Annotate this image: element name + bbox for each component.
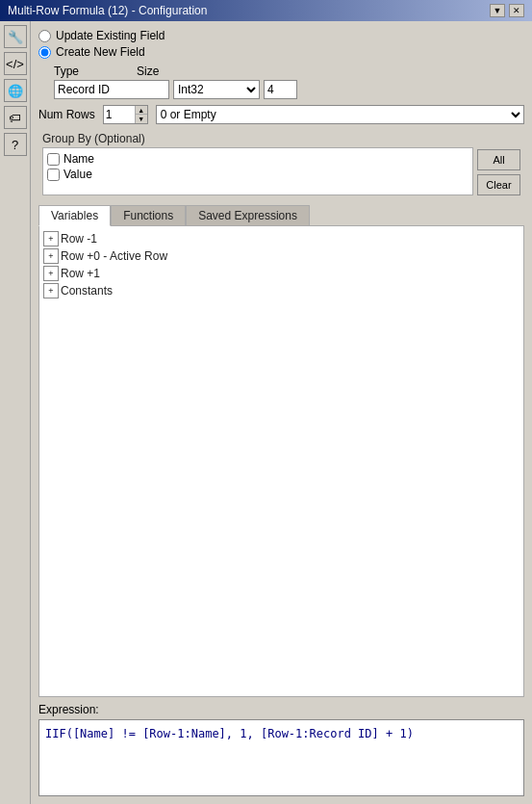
left-toolbar: 🔧 </> 🌐 🏷 ? xyxy=(0,21,31,804)
group-by-buttons: All Clear xyxy=(477,147,524,199)
tree-label-row-active: Row +0 - Active Row xyxy=(61,249,167,263)
tree-item-row-plus1[interactable]: + Row +1 xyxy=(43,265,519,282)
code-button[interactable]: </> xyxy=(4,52,27,75)
tab-content-variables: + Row -1 + Row +0 - Active Row + Row +1 … xyxy=(38,225,524,697)
tabs-section: Variables Functions Saved Expressions + … xyxy=(38,205,524,697)
value-checkbox[interactable] xyxy=(47,169,60,181)
value-check-label: Value xyxy=(63,168,92,181)
title-bar: Multi-Row Formula (12) - Configuration ▼… xyxy=(0,0,532,21)
group-by-label: Group By (Optional) xyxy=(42,132,145,145)
wrench-button[interactable]: 🔧 xyxy=(4,25,27,48)
close-button[interactable]: ✕ xyxy=(509,4,524,17)
size-label: Size xyxy=(137,65,159,78)
create-new-label: Create New Field xyxy=(56,45,145,59)
expression-section: Expression: IIF([Name] != [Row-1:Name], … xyxy=(38,703,524,796)
num-rows-input[interactable] xyxy=(104,106,135,123)
tab-bar: Variables Functions Saved Expressions xyxy=(38,205,524,226)
tree-label-row-plus1: Row +1 xyxy=(61,267,100,280)
spinner-up-button[interactable]: ▲ xyxy=(136,106,147,115)
expand-icon-row-active[interactable]: + xyxy=(43,248,59,264)
num-rows-label: Num Rows xyxy=(38,108,95,121)
type-select[interactable]: Int32 Int64 String Double xyxy=(173,80,260,99)
name-checkbox[interactable] xyxy=(47,153,60,166)
radio-row-1: Update Existing Field xyxy=(38,29,524,42)
update-existing-label: Update Existing Field xyxy=(56,29,165,42)
size-input[interactable] xyxy=(264,80,297,99)
spinner-down-button[interactable]: ▼ xyxy=(136,115,147,123)
tree-label-row-minus1: Row -1 xyxy=(61,232,97,246)
spinner-btns: ▲ ▼ xyxy=(135,106,147,123)
group-by-header: Group By (Optional) xyxy=(38,130,524,147)
pin-button[interactable]: ▼ xyxy=(490,4,505,17)
num-rows-spinner: ▲ ▼ xyxy=(103,105,148,124)
help-button[interactable]: ? xyxy=(4,133,27,156)
tag-button[interactable]: 🏷 xyxy=(4,106,27,129)
globe-button[interactable]: 🌐 xyxy=(4,79,27,102)
check-row-name: Name xyxy=(47,152,469,166)
expression-box[interactable]: IIF([Name] != [Row-1:Name], 1, [Row-1:Re… xyxy=(38,719,524,796)
tab-saved-expressions[interactable]: Saved Expressions xyxy=(186,205,310,226)
expand-icon-constants[interactable]: + xyxy=(43,283,59,298)
tab-variables[interactable]: Variables xyxy=(38,205,111,226)
update-existing-radio[interactable] xyxy=(38,30,51,42)
values-select[interactable]: 0 or Empty Null xyxy=(156,105,524,124)
all-button[interactable]: All xyxy=(477,149,520,170)
group-by-list: Name Value xyxy=(42,147,473,195)
type-label: Type xyxy=(54,65,79,78)
num-rows-row: Num Rows ▲ ▼ 0 or Empty Null xyxy=(38,105,524,124)
tab-functions[interactable]: Functions xyxy=(111,205,186,226)
group-by-body: Name Value All Clear xyxy=(38,147,524,199)
main-container: 🔧 </> 🌐 🏷 ? Update Existing Field Create… xyxy=(0,21,532,804)
title-text: Multi-Row Formula (12) - Configuration xyxy=(8,4,207,17)
tree-item-row-active[interactable]: + Row +0 - Active Row xyxy=(43,247,519,265)
content-area: Update Existing Field Create New Field T… xyxy=(31,21,532,804)
create-new-radio[interactable] xyxy=(38,46,51,59)
tree-item-row-minus1[interactable]: + Row -1 xyxy=(43,230,519,247)
tree-item-constants[interactable]: + Constants xyxy=(43,282,519,299)
expand-icon-row-minus1[interactable]: + xyxy=(43,231,59,246)
radio-group: Update Existing Field Create New Field xyxy=(38,29,524,59)
title-controls: ▼ ✕ xyxy=(490,4,524,17)
clear-button[interactable]: Clear xyxy=(477,174,520,195)
expression-label: Expression: xyxy=(38,703,524,716)
name-check-label: Name xyxy=(63,152,94,166)
field-name-input[interactable] xyxy=(54,80,169,99)
group-by-section: Group By (Optional) Name Value All Clear xyxy=(38,130,524,199)
radio-row-2: Create New Field xyxy=(38,45,524,59)
tree-label-constants: Constants xyxy=(61,284,113,298)
expand-icon-row-plus1[interactable]: + xyxy=(43,266,59,281)
check-row-value: Value xyxy=(47,168,469,181)
